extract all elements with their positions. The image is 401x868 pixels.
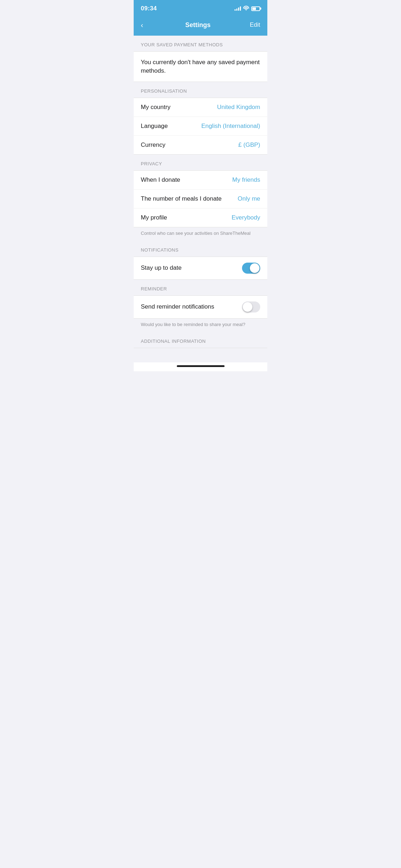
wifi-icon <box>243 6 249 11</box>
toggle-thumb <box>250 263 259 273</box>
my-profile-value: Everybody <box>232 214 260 221</box>
my-country-label: My country <box>141 104 170 111</box>
privacy-section-header: PRIVACY <box>134 155 267 171</box>
send-reminder-row: Send reminder notifications <box>134 296 267 318</box>
status-icons <box>235 6 260 11</box>
reminder-header-text: REMINDER <box>141 286 167 291</box>
notifications-section: Stay up to date <box>134 257 267 280</box>
notifications-header-text: NOTIFICATIONS <box>141 247 179 253</box>
payment-methods-section-header: YOUR SAVED PAYMENT METHODS <box>134 36 267 52</box>
currency-label: Currency <box>141 141 165 149</box>
when-i-donate-value: My friends <box>232 176 260 184</box>
when-i-donate-row[interactable]: When I donate My friends <box>134 171 267 190</box>
status-bar: 09:34 <box>134 0 267 16</box>
language-row[interactable]: Language English (International) <box>134 117 267 136</box>
send-reminder-toggle[interactable] <box>242 301 260 312</box>
personalisation-section: My country United Kingdom Language Engli… <box>134 98 267 155</box>
back-button[interactable]: ‹ <box>141 20 146 31</box>
language-value: English (International) <box>201 123 260 130</box>
payment-methods-empty-text: You currently don't have any saved payme… <box>134 52 267 82</box>
reminder-section: Send reminder notifications <box>134 296 267 319</box>
my-profile-label: My profile <box>141 214 167 221</box>
notifications-section-header: NOTIFICATIONS <box>134 241 267 257</box>
my-profile-row[interactable]: My profile Everybody <box>134 208 267 227</box>
home-indicator <box>134 362 267 371</box>
currency-row[interactable]: Currency £ (GBP) <box>134 136 267 154</box>
home-indicator-bar <box>177 365 225 367</box>
stay-up-to-date-label: Stay up to date <box>141 264 181 272</box>
payment-methods-header-text: YOUR SAVED PAYMENT METHODS <box>141 42 223 47</box>
language-label: Language <box>141 123 168 130</box>
status-time: 09:34 <box>141 5 157 12</box>
privacy-helper-text: Control who can see your activities on S… <box>134 227 267 241</box>
edit-button[interactable]: Edit <box>250 21 260 29</box>
toggle-thumb <box>243 302 252 312</box>
additional-info-section-header: ADDITIONAL INFORMATION <box>134 332 267 348</box>
additional-info-header-text: ADDITIONAL INFORMATION <box>141 339 206 344</box>
stay-up-to-date-toggle[interactable] <box>242 263 260 274</box>
meals-donate-row[interactable]: The number of meals I donate Only me <box>134 190 267 208</box>
my-country-value: United Kingdom <box>217 104 260 111</box>
stay-up-to-date-row: Stay up to date <box>134 257 267 279</box>
send-reminder-label: Send reminder notifications <box>141 303 214 310</box>
privacy-header-text: PRIVACY <box>141 161 162 166</box>
my-country-row[interactable]: My country United Kingdom <box>134 98 267 117</box>
battery-icon <box>251 6 260 11</box>
when-i-donate-label: When I donate <box>141 176 180 184</box>
reminder-helper-text: Would you like to be reminded to share y… <box>134 319 267 332</box>
bottom-spacer <box>134 348 267 362</box>
meals-donate-label: The number of meals I donate <box>141 195 222 202</box>
page-title: Settings <box>185 21 211 29</box>
currency-value: £ (GBP) <box>238 141 260 149</box>
nav-bar: ‹ Settings Edit <box>134 16 267 36</box>
signal-icon <box>235 6 241 11</box>
reminder-section-header: REMINDER <box>134 280 267 296</box>
meals-donate-value: Only me <box>238 195 260 202</box>
privacy-section: When I donate My friends The number of m… <box>134 171 267 227</box>
personalisation-section-header: PERSONALISATION <box>134 82 267 98</box>
personalisation-header-text: PERSONALISATION <box>141 88 187 94</box>
